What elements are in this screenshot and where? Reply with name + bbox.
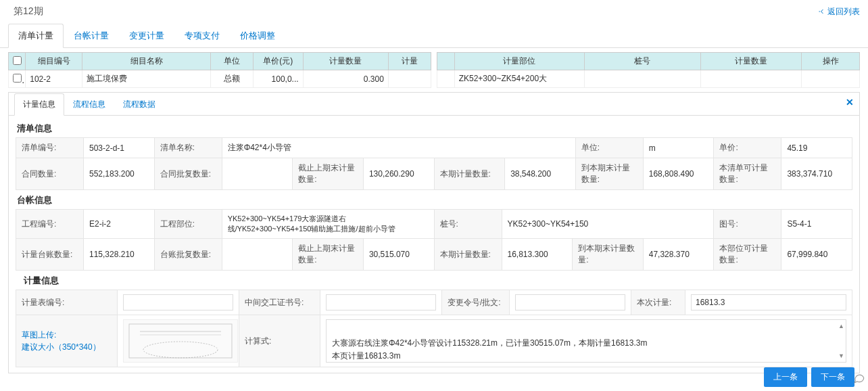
back-icon <box>818 7 826 16</box>
close-icon[interactable]: ✕ <box>846 97 854 108</box>
table-row[interactable]: ZK52+300~ZK54+200大 <box>437 70 860 88</box>
upload-hint: 建议大小（350*340） <box>22 341 112 353</box>
jiliang-info-table: 计量表编号: 中间交工证书号: 变更令号/批文: 本次计量: 16813.3 草… <box>16 290 852 367</box>
qingdan-info-table: 清单编号: 503-2-d-1 清单名称: 注浆Φ42*4小导管 单位: m 单… <box>16 137 852 190</box>
tab-zhuanxiang[interactable]: 专项支付 <box>174 24 230 48</box>
detail-tab-liuchengshuju[interactable]: 流程数据 <box>114 93 164 116</box>
svg-rect-0 <box>129 324 232 358</box>
page-title: 第12期 <box>14 5 43 18</box>
row-checkbox[interactable] <box>13 74 22 83</box>
col-amt: 计量 <box>388 53 431 70</box>
qingdan-section-title: 清单信息 <box>16 118 852 137</box>
left-grid: 细目编号 细目名称 单位 单价(元) 计量数量 计量 102-2 施工境保费 总… <box>8 52 431 88</box>
col-qty2: 计量数量 <box>700 53 802 70</box>
table-row[interactable]: 102-2 施工境保费 总额 100,0... 0.300 <box>9 70 431 88</box>
col-price: 单价(元) <box>253 53 303 70</box>
sketch-thumbnail[interactable] <box>123 319 238 363</box>
cert-no-input[interactable] <box>326 294 436 310</box>
select-all-checkbox[interactable] <box>13 56 22 65</box>
formula-textarea[interactable]: 大寨源右线注浆Φ42*4小导管设计115328.21m，已计量30515.07m… <box>326 319 846 363</box>
col-pile: 桩号 <box>585 53 700 70</box>
sketch-icon <box>126 321 235 361</box>
detail-tabs: 计量信息 流程信息 流程数据 <box>9 93 859 116</box>
tab-qingdan[interactable]: 清单计量 <box>8 24 64 48</box>
detail-tab-jiliang[interactable]: 计量信息 <box>14 93 64 116</box>
col-name: 细目名称 <box>82 53 210 70</box>
tab-jiage[interactable]: 价格调整 <box>230 24 285 48</box>
change-no-input[interactable] <box>515 294 625 310</box>
taizhang-info-table: 工程编号: E2-i-2 工程部位: YK52+300~YK54+179大寨源隧… <box>16 209 852 271</box>
col-part: 计量部位 <box>454 53 585 70</box>
sheet-no-input[interactable] <box>123 294 233 310</box>
tab-biangen[interactable]: 变更计量 <box>119 24 174 48</box>
prev-button[interactable]: 上一条 <box>764 367 807 387</box>
jiliang-section-title: 计量信息 <box>16 271 852 290</box>
chat-icon[interactable] <box>853 372 865 384</box>
col-qty: 计量数量 <box>303 53 388 70</box>
taizhang-section-title: 台帐信息 <box>16 190 852 209</box>
right-grid: 计量部位 桩号 计量数量 操作 ZK52+300~ZK54+200大 <box>437 52 860 88</box>
col-unit: 单位 <box>210 53 253 70</box>
next-button[interactable]: 下一条 <box>811 367 854 387</box>
detail-tab-liucheng[interactable]: 流程信息 <box>64 93 114 116</box>
col-op: 操作 <box>802 53 860 70</box>
main-tabs: 清单计量 台帐计量 变更计量 专项支付 价格调整 <box>0 23 868 48</box>
upload-link[interactable]: 草图上传: <box>22 330 56 340</box>
back-to-list-link[interactable]: 返回列表 <box>818 6 860 18</box>
tab-taizhang[interactable]: 台帐计量 <box>64 24 119 48</box>
col-code: 细目编号 <box>26 53 82 70</box>
scrollbar[interactable]: ▲▼ <box>838 321 844 361</box>
this-qty-input[interactable]: 16813.3 <box>691 294 846 310</box>
svg-point-1 <box>143 342 218 358</box>
